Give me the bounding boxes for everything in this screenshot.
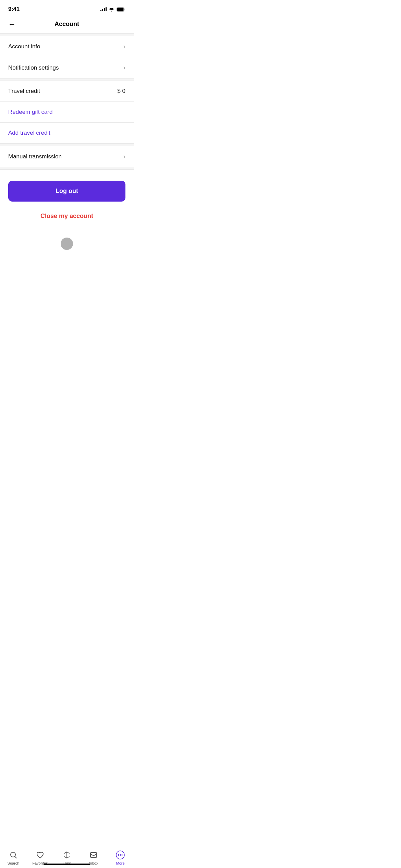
menu-item-add-credit[interactable]: Add travel credit	[0, 123, 134, 143]
back-button[interactable]: ←	[7, 19, 17, 29]
battery-icon	[117, 7, 125, 12]
section-divider-2	[0, 78, 134, 81]
notifications-label: Notification settings	[8, 64, 59, 71]
signal-icon	[100, 7, 107, 11]
nav-header: ← Account	[0, 16, 134, 33]
page-title: Account	[54, 21, 79, 28]
back-arrow-icon: ←	[8, 21, 16, 28]
section-divider-4	[0, 167, 134, 170]
chevron-icon: ›	[123, 153, 125, 160]
menu-section-2: Travel credit $ 0 Redeem gift card Add t…	[0, 81, 134, 143]
manual-transmission-label: Manual transmission	[8, 153, 62, 160]
svg-rect-1	[117, 8, 124, 11]
wifi-icon	[109, 7, 114, 12]
travel-credit-label: Travel credit	[8, 88, 40, 95]
status-time: 9:41	[8, 6, 20, 13]
manual-transmission-right: ›	[123, 153, 125, 160]
menu-item-travel-credit: Travel credit $ 0	[0, 81, 134, 102]
add-credit-label: Add travel credit	[8, 130, 50, 136]
account-info-right: ›	[123, 43, 125, 50]
status-bar: 9:41	[0, 0, 134, 16]
redeem-gift-label: Redeem gift card	[8, 109, 52, 115]
menu-section-3: Manual transmission ›	[0, 146, 134, 167]
menu-item-manual-transmission[interactable]: Manual transmission ›	[0, 146, 134, 167]
status-icons	[100, 7, 125, 12]
scroll-dot	[61, 238, 73, 250]
menu-item-account-info[interactable]: Account info ›	[0, 36, 134, 57]
menu-section-1: Account info › Notification settings ›	[0, 36, 134, 78]
menu-item-notifications[interactable]: Notification settings ›	[0, 57, 134, 78]
travel-credit-value: $ 0	[117, 88, 125, 95]
section-divider-top	[0, 33, 134, 36]
section-divider-3	[0, 143, 134, 146]
logout-button[interactable]: Log out	[8, 181, 125, 202]
travel-credit-right: $ 0	[117, 88, 125, 95]
notifications-right: ›	[123, 64, 125, 71]
menu-item-redeem-gift[interactable]: Redeem gift card	[0, 102, 134, 123]
close-account-button[interactable]: Close my account	[8, 210, 125, 222]
account-info-label: Account info	[8, 43, 40, 50]
scroll-indicator	[0, 231, 134, 250]
chevron-icon: ›	[123, 64, 125, 71]
buttons-section: Log out Close my account	[0, 170, 134, 231]
chevron-icon: ›	[123, 43, 125, 50]
